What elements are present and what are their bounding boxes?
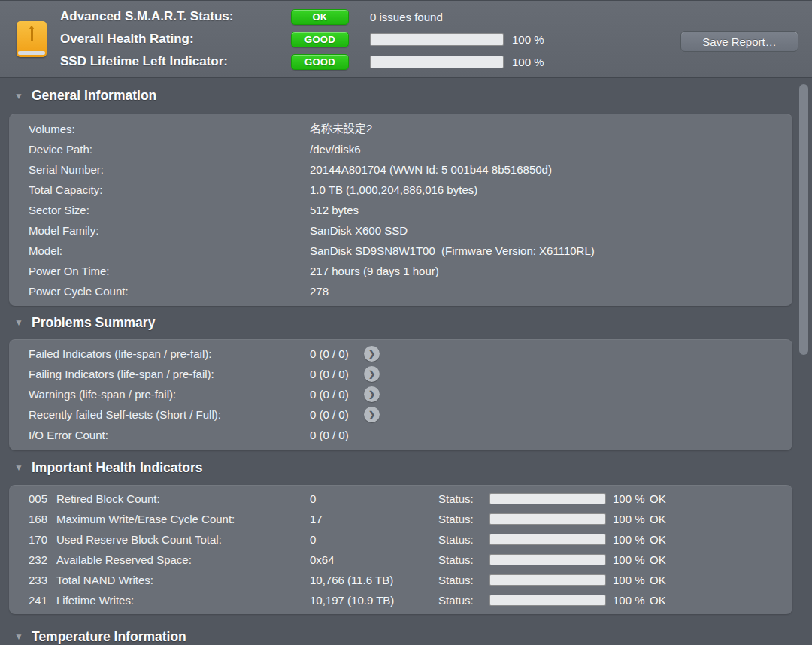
row-label: Model Family: [29,224,310,237]
info-row-serial-number: Serial Number: 20144A801704 (WWN Id: 5 0… [9,159,792,180]
disclosure-triangle-icon[interactable]: ▼ [14,631,25,642]
status-percent: 100 % [606,594,648,607]
row-label: Sector Size: [29,204,310,217]
problem-row-failed-indicators: Failed Indicators (life-span / pre-fail)… [9,344,792,364]
summary-header: Advanced S.M.A.R.T. Status: OK 0 issues … [0,0,812,78]
info-row-sector-size: Sector Size: 512 bytes [9,200,792,220]
smart-status-label: Advanced S.M.A.R.T. Status: [60,9,291,24]
status-progressbar [489,513,606,525]
problem-row-io-error-count: I/O Error Count: 0 (0 / 0) [9,425,792,445]
problem-row-warnings: Warnings (life-span / pre-fail): 0 (0 / … [9,384,792,404]
row-label: Volumes: [29,123,310,135]
attribute-id: 168 [29,513,56,525]
row-label: Total NAND Writes: [56,574,310,586]
status-ok-text: OK [648,492,666,505]
row-value: 0 (0 / 0) [310,347,364,360]
row-label: Serial Number: [29,163,310,176]
status-label: Status: [438,492,489,505]
health-rating-badge: GOOD [291,32,349,47]
row-value: 278 [310,285,329,298]
health-row-total-nand-writes: 233 Total NAND Writes: 10,766 (11.6 TB) … [9,570,792,590]
section-header-important-health-indicators[interactable]: ▼ Important Health Indicators [0,450,812,485]
row-value: 512 bytes [310,204,359,217]
section-header-problems-summary[interactable]: ▼ Problems Summary [0,306,812,339]
details-arrow-button[interactable]: ❯ [364,346,380,362]
section-title-text: Important Health Indicators [32,460,203,476]
attribute-id: 005 [29,492,56,505]
row-label: Total Capacity: [29,183,310,196]
health-rating-label: Overall Health Rating: [60,32,291,47]
info-row-volumes: Volumes: 名称未設定2 [9,119,792,139]
row-value: 10,197 (10.9 TB) [310,594,438,607]
details-arrow-button[interactable]: ❯ [364,407,380,422]
status-ok-text: OK [648,513,666,525]
smart-status-badge: OK [291,9,349,25]
disclosure-triangle-icon[interactable]: ▼ [14,462,25,473]
general-information-panel: Volumes: 名称未設定2 Device Path: /dev/disk6 … [9,114,792,306]
scrollbar-track[interactable] [798,79,812,645]
ssd-lifetime-progressbar [370,56,504,68]
row-value: /dev/disk6 [310,143,361,156]
row-label: Used Reserve Block Count Total: [56,533,310,546]
status-progressbar [489,574,606,586]
status-ok-text: OK [648,574,666,586]
attribute-id: 232 [29,553,56,566]
disclosure-triangle-icon[interactable]: ▼ [14,91,25,101]
status-percent: 100 % [606,574,648,586]
section-header-general-information[interactable]: ▼ General Information [0,78,812,114]
row-value: SanDisk X600 SSD [310,224,408,237]
status-ok-text: OK [648,533,666,546]
info-row-model-family: Model Family: SanDisk X600 SSD [9,220,792,241]
issues-found-text: 0 issues found [370,11,443,23]
row-label: Recently failed Self-tests (Short / Full… [29,408,310,421]
status-percent: 100 % [606,492,648,505]
health-row-retired-block-count: 005 Retired Block Count: 0 Status: 100 %… [9,489,792,509]
row-label: Failing Indicators (life-span / pre-fail… [29,368,310,380]
row-label: Device Path: [29,143,310,156]
status-ok-text: OK [648,594,666,607]
row-value: 1.0 TB (1,000,204,886,016 bytes) [310,183,477,196]
info-row-model: Model: SanDisk SD9SN8W1T00 (Firmware Ver… [9,241,792,261]
info-row-power-on-time: Power On Time: 217 hours (9 days 1 hour) [9,261,792,281]
section-header-temperature-information[interactable]: ▼ Temperature Information [0,614,812,645]
ssd-lifetime-label: SSD Lifetime Left Indicator: [60,54,291,69]
status-progressbar [489,493,606,504]
health-row-lifetime-writes: 241 Lifetime Writes: 10,197 (10.9 TB) St… [9,590,792,610]
problem-row-failed-selftests: Recently failed Self-tests (Short / Full… [9,404,792,425]
status-progressbar [489,554,606,565]
info-row-total-capacity: Total Capacity: 1.0 TB (1,000,204,886,01… [9,180,792,200]
drive-base-band [18,51,45,55]
status-label: Status: [438,513,489,525]
status-percent: 100 % [606,553,648,566]
status-percent: 100 % [606,513,648,525]
attribute-id: 170 [29,533,56,546]
row-label: Available Reserved Space: [56,553,310,566]
row-label: Retired Block Count: [56,492,310,505]
save-report-button[interactable]: Save Report… [680,31,798,52]
ssd-lifetime-percent: 100 % [512,56,544,68]
row-label: Power On Time: [29,265,310,277]
status-label: Status: [438,553,489,566]
status-percent: 100 % [606,533,648,546]
health-rating-progressbar [370,33,504,46]
row-value: 10,766 (11.6 TB) [310,574,438,586]
row-value: 17 [310,513,438,525]
section-title-text: Problems Summary [32,315,155,331]
row-value: 0 (0 / 0) [310,428,364,441]
health-rating-percent: 100 % [512,33,544,46]
smart-status-row: Advanced S.M.A.R.T. Status: OK 0 issues … [60,5,812,28]
disclosure-triangle-icon[interactable]: ▼ [14,317,25,328]
details-arrow-button[interactable]: ❯ [364,366,380,382]
ssd-lifetime-row: SSD Lifetime Left Indicator: GOOD 100 % [60,50,812,73]
status-label: Status: [438,574,489,586]
row-value: 217 hours (9 days 1 hour) [310,265,439,277]
row-label: I/O Error Count: [29,428,310,441]
row-label: Maximum Write/Erase Cycle Count: [56,513,310,525]
row-value: 0 (0 / 0) [310,408,364,421]
problems-summary-panel: Failed Indicators (life-span / pre-fail)… [9,339,792,450]
row-value: 0 [310,492,438,505]
details-arrow-button[interactable]: ❯ [364,386,380,402]
status-ok-text: OK [648,553,666,566]
scrollbar-thumb[interactable] [799,84,808,355]
row-label: Warnings (life-span / pre-fail): [29,388,310,401]
